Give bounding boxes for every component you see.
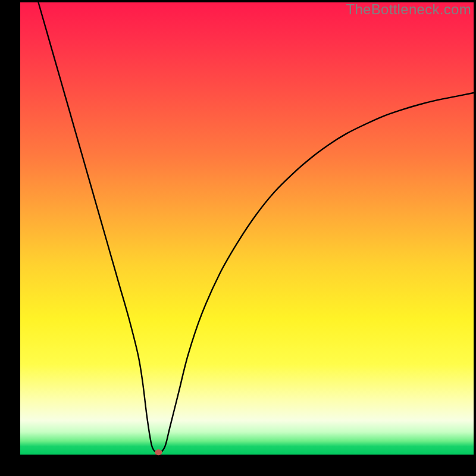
watermark-text: TheBottleneck.com: [346, 1, 471, 18]
bottleneck-curve: [38, 2, 474, 453]
curve-layer: [20, 2, 474, 455]
optimal-point-marker: [155, 449, 162, 455]
plot-area: [20, 2, 474, 455]
chart-stage: TheBottleneck.com: [0, 0, 476, 476]
plot-frame: [20, 2, 474, 455]
